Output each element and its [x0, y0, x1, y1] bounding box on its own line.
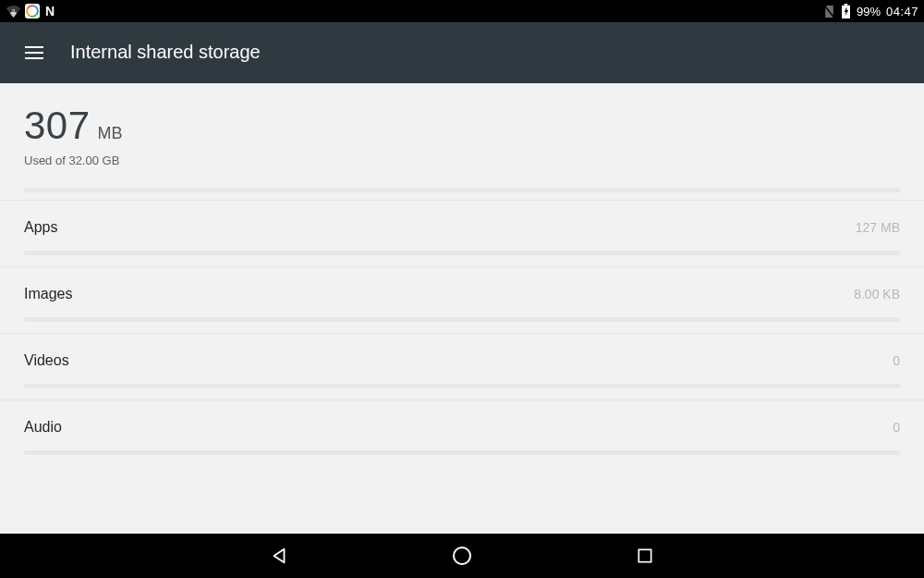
category-value: 0	[893, 420, 900, 435]
android-n-icon: N	[45, 4, 55, 18]
svg-rect-10	[25, 52, 43, 54]
storage-summary: 307 MB Used of 32.00 GB	[0, 83, 924, 200]
category-label: Audio	[24, 419, 62, 436]
app-bar: Internal shared storage	[0, 22, 924, 83]
content-scroll[interactable]: 307 MB Used of 32.00 GB Apps 127 MB Imag…	[0, 83, 924, 534]
category-bar	[24, 317, 900, 322]
storage-total: Used of 32.00 GB	[24, 154, 900, 167]
storage-total-bar	[24, 188, 900, 192]
svg-rect-9	[25, 46, 43, 48]
back-icon	[269, 546, 289, 566]
device-screen: ? N	[0, 0, 924, 578]
svg-rect-13	[638, 549, 650, 561]
storage-used-value: 307	[24, 104, 91, 148]
category-row-images[interactable]: Images 8.00 KB	[0, 266, 924, 333]
category-value: 127 MB	[856, 220, 900, 235]
battery-percentage: 99%	[857, 5, 881, 18]
app-notification-icon	[25, 4, 40, 18]
storage-used-unit: MB	[98, 124, 123, 143]
category-label: Apps	[24, 219, 57, 236]
home-icon	[451, 545, 473, 567]
recents-button[interactable]	[623, 534, 667, 578]
status-left: ? N	[6, 4, 55, 18]
svg-rect-6	[845, 4, 848, 6]
battery-charging-icon	[841, 4, 851, 18]
back-button[interactable]	[257, 534, 301, 578]
menu-button[interactable]	[17, 35, 52, 70]
category-bar	[24, 251, 900, 255]
svg-text:?: ?	[11, 8, 15, 15]
page-title: Internal shared storage	[70, 42, 261, 63]
storage-used: 307 MB	[24, 104, 900, 148]
svg-rect-11	[25, 57, 43, 59]
category-bar	[24, 384, 900, 388]
status-right: 99% 04:47	[823, 4, 918, 18]
hamburger-icon	[25, 45, 43, 60]
wifi-no-internet-icon: ?	[6, 5, 21, 18]
category-value: 8.00 KB	[854, 287, 900, 301]
category-label: Images	[24, 286, 72, 302]
category-row-audio[interactable]: Audio 0	[0, 400, 924, 466]
no-sim-icon	[823, 5, 835, 18]
category-value: 0	[893, 353, 900, 368]
svg-point-12	[454, 547, 470, 564]
category-row-apps[interactable]: Apps 127 MB	[0, 200, 924, 266]
category-label: Videos	[24, 352, 69, 369]
navigation-bar	[0, 534, 924, 578]
category-row-videos[interactable]: Videos 0	[0, 333, 924, 400]
category-bar	[24, 450, 900, 455]
home-button[interactable]	[440, 534, 484, 578]
recents-icon	[636, 547, 654, 565]
clock: 04:47	[886, 5, 918, 18]
status-bar: ? N	[0, 0, 924, 22]
